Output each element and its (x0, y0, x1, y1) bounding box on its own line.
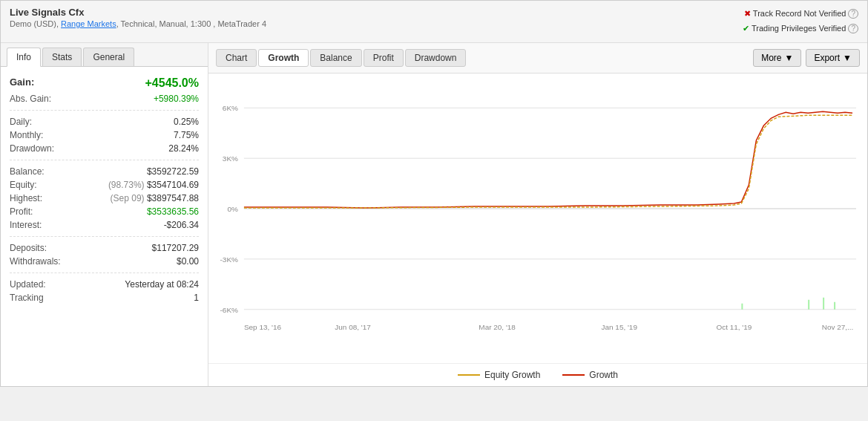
chart-legend: Equity Growth Growth (208, 363, 867, 386)
abs-gain-row: Abs. Gain: +5980.39% (10, 92, 199, 105)
y-label-neg6k: -6K% (220, 305, 239, 313)
header-title: Live Signals Cfx (10, 7, 858, 18)
equity-pct: (98.73%) (108, 180, 145, 190)
more-chevron-icon: ▼ (785, 53, 794, 63)
equity-growth-label: Equity Growth (484, 370, 540, 380)
updated-row: Updated: Yesterday at 08:24 (10, 278, 199, 291)
y-label-6k: 6K% (223, 104, 238, 112)
profit-value: $3533635.56 (147, 206, 199, 217)
chart-tab-profit[interactable]: Profit (364, 49, 404, 67)
growth-line (244, 111, 852, 208)
x-icon: ✖ (744, 9, 751, 18)
abs-gain-value: +5980.39% (154, 94, 199, 104)
y-label-0: 0% (228, 205, 239, 213)
balance-value: $3592722.59 (147, 166, 199, 177)
separator-1 (10, 110, 199, 111)
header-info: ✖ Track Record Not Verified ? ✔ Trading … (10, 7, 858, 36)
interest-row: Interest: -$206.34 (10, 218, 199, 232)
left-panel: Info Stats General Gain: +4545.0% Abs. G… (1, 43, 208, 386)
updated-value: Yesterday at 08:24 (125, 279, 199, 290)
main-content: Info Stats General Gain: +4545.0% Abs. G… (1, 43, 867, 386)
track-record-help-icon: ? (848, 9, 858, 19)
trading-privileges-status: ✔ Trading Privileges Verified ? (743, 22, 858, 36)
separator-4 (10, 272, 199, 273)
chart-tab-chart[interactable]: Chart (216, 49, 257, 67)
left-tabs: Info Stats General (1, 43, 208, 67)
equity-value: (98.73%) $3547104.69 (108, 180, 199, 190)
x-label-mar18: Mar 20, '18 (479, 322, 516, 330)
highest-date: (Sep 09) (111, 193, 145, 203)
bar-1 (741, 303, 743, 309)
deposits-row: Deposits: $117207.29 (10, 241, 199, 255)
drawdown-row: Drawdown: 28.24% (10, 142, 199, 155)
deposits-label: Deposits: (10, 243, 47, 253)
tracking-row: Tracking 1 (10, 291, 199, 304)
equity-label: Equity: (10, 180, 37, 190)
export-label: Export (814, 53, 840, 63)
highest-value: (Sep 09) $3897547.88 (111, 193, 199, 203)
chart-tab-growth[interactable]: Growth (258, 49, 309, 67)
x-label-jan19: Jan 15, '19 (602, 322, 638, 330)
growth-label: Growth (589, 370, 618, 380)
chart-tab-balance[interactable]: Balance (310, 49, 361, 67)
chart-tabs: Chart Growth Balance Profit Drawdown (216, 49, 466, 67)
x-label-jun17: Jun 08, '17 (335, 322, 371, 330)
daily-value: 0.25% (174, 117, 199, 127)
profit-row: Profit: $3533635.56 (10, 205, 199, 218)
trading-privileges-help-icon: ? (848, 24, 858, 33)
growth-line-legend (562, 374, 585, 376)
interest-label: Interest: (10, 220, 42, 230)
drawdown-label: Drawdown: (10, 143, 54, 154)
bar-2 (808, 299, 809, 309)
more-button[interactable]: More ▼ (753, 49, 801, 67)
monthly-label: Monthly: (10, 130, 43, 140)
chart-actions: More ▼ Export ▼ (753, 49, 860, 67)
deposits-value: $117207.29 (152, 243, 199, 253)
range-markets-link[interactable]: Range Markets (61, 19, 116, 28)
equity-row: Equity: (98.73%) $3547104.69 (10, 178, 199, 192)
profit-label: Profit: (10, 206, 33, 217)
withdrawals-label: Withdrawals: (10, 256, 61, 267)
info-panel: Gain: +4545.0% Abs. Gain: +5980.39% Dail… (1, 67, 208, 312)
gain-label: Gain: (10, 76, 34, 90)
tab-info[interactable]: Info (7, 48, 41, 67)
header: ✖ Track Record Not Verified ? ✔ Trading … (1, 1, 867, 43)
tab-stats[interactable]: Stats (42, 48, 82, 66)
track-record-label: Track Record Not Verified (753, 9, 846, 18)
tracking-value: 1 (194, 293, 199, 303)
highest-label: Highest: (10, 193, 42, 203)
chart-area: 6K% 3K% 0% -3K% -6K% Sep 13, '16 Jun 08,… (208, 74, 867, 363)
main-container: ✖ Track Record Not Verified ? ✔ Trading … (0, 0, 868, 387)
balance-row: Balance: $3592722.59 (10, 165, 199, 178)
highest-row: Highest: (Sep 09) $3897547.88 (10, 192, 199, 205)
trading-privileges-label: Trading Privileges Verified (752, 24, 846, 33)
balance-label: Balance: (10, 166, 45, 177)
separator-3 (10, 236, 199, 237)
y-label-neg3k: -3K% (220, 255, 239, 263)
header-right: ✖ Track Record Not Verified ? ✔ Trading … (743, 7, 858, 36)
daily-label: Daily: (10, 117, 32, 127)
updated-label: Updated: (10, 279, 46, 290)
tracking-label: Tracking (10, 293, 44, 303)
gain-row: Gain: +4545.0% (10, 74, 199, 92)
x-label-sep16: Sep 13, '16 (244, 322, 282, 330)
abs-gain-label: Abs. Gain: (10, 94, 51, 104)
bar-4 (834, 301, 835, 309)
equity-growth-line-legend (458, 374, 480, 376)
x-label-nov27: Nov 27,... (822, 322, 854, 330)
chart-tab-drawdown[interactable]: Drawdown (405, 49, 467, 67)
drawdown-value: 28.24% (168, 143, 199, 154)
right-panel: Chart Growth Balance Profit Drawdown Mor… (208, 43, 867, 386)
tab-general[interactable]: General (83, 48, 134, 66)
monthly-row: Monthly: 7.75% (10, 128, 199, 142)
export-button[interactable]: Export ▼ (806, 49, 860, 67)
withdrawals-row: Withdrawals: $0.00 (10, 255, 199, 268)
chart-header: Chart Growth Balance Profit Drawdown Mor… (208, 43, 867, 74)
growth-chart: 6K% 3K% 0% -3K% -6K% Sep 13, '16 Jun 08,… (216, 81, 860, 363)
bar-3 (823, 297, 824, 309)
equity-growth-legend: Equity Growth (458, 370, 540, 380)
check-icon: ✔ (743, 24, 749, 33)
equity-amount: $3547104.69 (147, 180, 199, 190)
separator-2 (10, 160, 199, 160)
interest-value: -$206.34 (164, 220, 199, 230)
